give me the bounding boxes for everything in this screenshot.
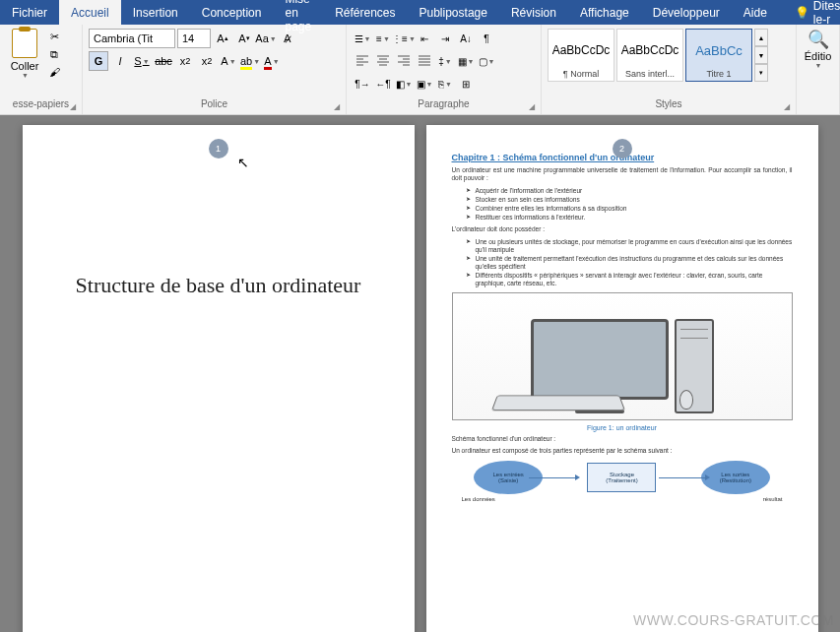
style-preview: AaBbCcDc xyxy=(619,32,680,69)
style-preview: AaBbCc xyxy=(688,32,749,69)
para-extra2-button[interactable]: ▣▼ xyxy=(415,74,434,94)
multilevel-button[interactable]: ⋮≡▼ xyxy=(394,29,414,48)
group-clipboard: Coller ▼ ✂ ⧉ 🖌 esse-papiers ◢ xyxy=(0,25,83,114)
tab-developpeur[interactable]: Développeur xyxy=(641,0,732,25)
style-normal[interactable]: AaBbCcDc ¶ Normal xyxy=(548,29,614,82)
change-case-button[interactable]: Aa▼ xyxy=(256,29,276,48)
strikethrough-button[interactable]: abc xyxy=(154,51,173,71)
shrink-font-button[interactable]: A▾ xyxy=(234,29,254,48)
align-right-button[interactable] xyxy=(394,51,414,71)
mouse-icon xyxy=(679,390,693,410)
gallery-down-button[interactable]: ▼ xyxy=(754,46,768,64)
para-extra3-button[interactable]: ⎘▼ xyxy=(435,74,455,94)
numbering-button[interactable]: ≡▼ xyxy=(373,29,393,48)
text-effects-button[interactable]: A▼ xyxy=(219,51,238,71)
style-name: Sans interl... xyxy=(619,69,680,79)
bulb-icon: 💡 xyxy=(795,6,809,20)
justify-button[interactable] xyxy=(415,51,434,71)
font-size-select[interactable] xyxy=(177,29,211,48)
group-paragraph: ☰▼ ≡▼ ⋮≡▼ ⇤ ⇥ A↓ ¶ ‡▼ ▦▼ ▢▼ ¶→ ←¶ ◧▼ xyxy=(347,25,542,114)
paste-label: Coller xyxy=(11,60,39,72)
bullets-button[interactable]: ☰▼ xyxy=(353,29,372,48)
group-styles: AaBbCcDc ¶ Normal AaBbCcDc Sans interl..… xyxy=(542,25,797,114)
menubar: Fichier Accueil Insertion Conception Mis… xyxy=(0,0,840,25)
document-area[interactable]: 1 ↖ Structure de base d'un ordinateur 2 … xyxy=(0,115,840,632)
watermark: WWW.COURS-GRATUIT.COM xyxy=(633,612,834,628)
list-item: Stocker en son sein ces informations xyxy=(466,196,793,204)
format-painter-button[interactable]: 🖌 xyxy=(45,64,63,80)
line-spacing-button[interactable]: ‡▼ xyxy=(435,51,455,71)
page-number-badge: 2 xyxy=(613,139,632,158)
gallery-up-button[interactable]: ▲ xyxy=(754,29,768,46)
tab-fichier[interactable]: Fichier xyxy=(0,0,59,25)
underline-button[interactable]: S▼ xyxy=(132,51,152,71)
shading-button[interactable]: ▦▼ xyxy=(456,51,476,71)
tab-aide[interactable]: Aide xyxy=(732,0,779,25)
font-name-select[interactable] xyxy=(89,29,175,48)
sort-button[interactable]: A↓ xyxy=(456,29,476,48)
bold-button[interactable]: G xyxy=(89,51,108,71)
dialog-launcher-clipboard[interactable]: ◢ xyxy=(70,102,80,112)
arrow-icon xyxy=(529,477,576,478)
tab-affichage[interactable]: Affichage xyxy=(568,0,641,25)
keyboard-icon xyxy=(490,395,624,411)
page-1[interactable]: 1 ↖ Structure de base d'un ordinateur xyxy=(23,125,415,632)
list-item: Acquérir de l'information de l'extérieur xyxy=(466,187,793,195)
mouse-cursor-icon: ↖ xyxy=(237,155,249,170)
style-sans-interligne[interactable]: AaBbCcDc Sans interl... xyxy=(616,29,683,82)
mid-text: L'ordinateur doit donc posséder : xyxy=(452,225,793,233)
find-button[interactable]: 🔍 Éditio ▼ xyxy=(803,29,833,69)
borders-button[interactable]: ▢▼ xyxy=(477,51,496,71)
group-label-paragraph: Paragraphe xyxy=(353,97,535,110)
show-marks-button[interactable]: ¶ xyxy=(477,29,496,48)
page1-title: Structure de base d'un ordinateur xyxy=(48,271,389,301)
para-extra4-button[interactable]: ⊞ xyxy=(456,74,476,94)
style-preview: AaBbCcDc xyxy=(550,32,612,69)
list-item: Combiner entre elles les informations à … xyxy=(466,205,793,213)
list-item: Restituer ces informations à l'extérieur… xyxy=(466,214,793,221)
intro-text: Un ordinateur est une machine programmab… xyxy=(452,166,793,183)
dialog-launcher-styles[interactable]: ◢ xyxy=(784,102,794,112)
cut-button[interactable]: ✂ xyxy=(45,29,63,44)
gallery-more-button[interactable]: ▾ xyxy=(754,64,768,82)
dialog-launcher-paragraph[interactable]: ◢ xyxy=(529,102,539,112)
tab-revision[interactable]: Révision xyxy=(499,0,568,25)
grow-font-button[interactable]: A▴ xyxy=(213,29,232,48)
functional-schema: Les entrées (Saisie) Stockage (Traitemen… xyxy=(452,461,793,494)
decrease-indent-button[interactable]: ⇤ xyxy=(415,29,434,48)
search-icon: 🔍 xyxy=(808,29,829,50)
page-2[interactable]: 2 Chapitre 1 : Schéma fonctionnel d'un o… xyxy=(426,125,818,632)
increase-indent-button[interactable]: ⇥ xyxy=(435,29,455,48)
paste-button[interactable]: Coller ▼ xyxy=(6,29,43,79)
sub2: Un ordinateur est composé de trois parti… xyxy=(452,447,793,455)
align-center-button[interactable] xyxy=(373,51,393,71)
superscript-button[interactable]: x2 xyxy=(197,51,217,71)
ltr-button[interactable]: ¶→ xyxy=(353,74,372,94)
rtl-button[interactable]: ←¶ xyxy=(373,74,393,94)
align-left-button[interactable] xyxy=(353,51,372,71)
italic-button[interactable]: I xyxy=(110,51,130,71)
list-2: Une ou plusieurs unités de stockage, pou… xyxy=(466,238,793,288)
group-label-styles: Styles xyxy=(548,97,790,110)
tab-accueil[interactable]: Accueil xyxy=(59,0,121,25)
list-1: Acquérir de l'information de l'extérieur… xyxy=(466,187,793,222)
tab-insertion[interactable]: Insertion xyxy=(121,0,190,25)
font-color-button[interactable]: A▼ xyxy=(262,51,282,71)
clear-formatting-button[interactable]: A̷ xyxy=(278,29,297,48)
tab-references[interactable]: Références xyxy=(323,0,407,25)
highlight-button[interactable]: ab▼ xyxy=(240,51,260,71)
group-label-font: Police xyxy=(89,97,340,110)
editing-label: Éditio xyxy=(805,50,832,62)
subscript-button[interactable]: x2 xyxy=(175,51,195,71)
paste-icon xyxy=(12,29,37,58)
tab-mise-en-page[interactable]: Mise en page xyxy=(273,0,323,25)
tell-me[interactable]: 💡 Dites-le-r xyxy=(783,0,840,25)
arrow-icon xyxy=(659,477,706,478)
dialog-launcher-font[interactable]: ◢ xyxy=(334,102,344,112)
tab-publipostage[interactable]: Publipostage xyxy=(408,0,499,25)
schema-label: résultat xyxy=(763,496,783,502)
tab-conception[interactable]: Conception xyxy=(190,0,274,25)
para-extra1-button[interactable]: ◧▼ xyxy=(394,74,414,94)
copy-button[interactable]: ⧉ xyxy=(45,46,63,62)
style-titre1[interactable]: AaBbCc Titre 1 xyxy=(685,29,752,82)
